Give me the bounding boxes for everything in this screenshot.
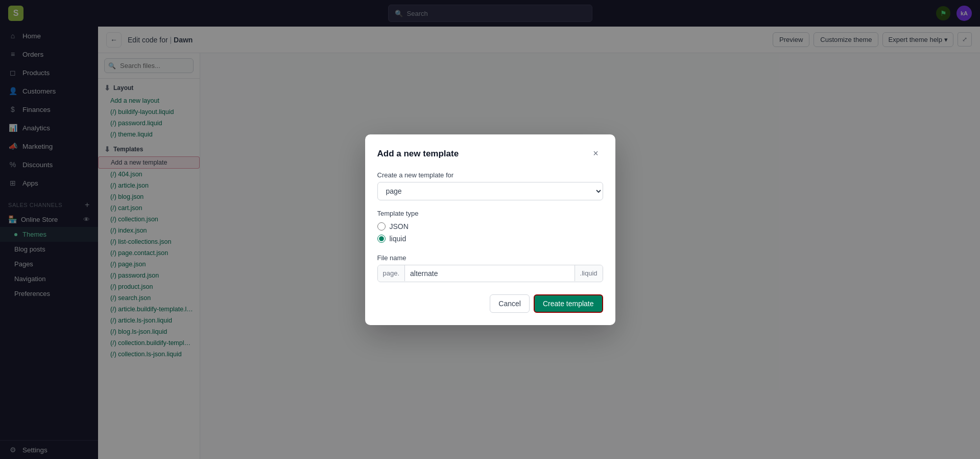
modal-overlay[interactable]: Add a new template × Create a new templa… [0, 0, 980, 459]
liquid-label: liquid [390, 235, 407, 243]
file-name-suffix: .liquid [575, 265, 603, 281]
cancel-button[interactable]: Cancel [490, 294, 530, 313]
json-label: JSON [390, 222, 409, 231]
template-type-label: Template type [377, 210, 603, 217]
create-for-select[interactable]: article blog cart collection index list-… [377, 182, 603, 200]
create-template-button[interactable]: Create template [534, 294, 603, 313]
modal-title: Add a new template [377, 149, 459, 159]
liquid-radio[interactable] [377, 235, 386, 243]
radio-option-liquid[interactable]: liquid [377, 233, 603, 245]
file-name-label: File name [377, 254, 603, 262]
modal-footer: Cancel Create template [377, 294, 603, 313]
radio-option-json[interactable]: JSON [377, 220, 603, 233]
create-for-section: Create a new template for article blog c… [377, 171, 603, 210]
modal-header: Add a new template × [377, 147, 603, 161]
create-for-label: Create a new template for [377, 171, 603, 179]
file-name-input[interactable] [405, 265, 574, 282]
json-radio[interactable] [377, 222, 386, 231]
modal-close-button[interactable]: × [589, 147, 603, 161]
file-name-input-wrapper: page. .liquid [377, 265, 603, 282]
add-template-modal: Add a new template × Create a new templa… [365, 134, 615, 325]
template-type-section: Template type JSON liquid [377, 210, 603, 245]
file-name-prefix: page. [378, 265, 405, 281]
file-name-section: File name page. .liquid [377, 254, 603, 282]
